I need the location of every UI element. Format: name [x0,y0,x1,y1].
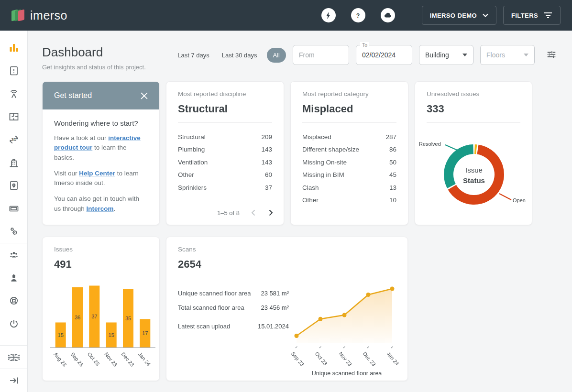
next-page-icon[interactable] [267,207,275,218]
3d-rotate-icon: 3D [8,134,20,145]
list-item: Structural209 [178,131,272,143]
x-axis-label: Nov 23 [103,351,119,368]
project-name: IMERSO DEMO [430,12,477,19]
list-item: Other10 [302,194,396,207]
to-date-input[interactable] [356,45,412,65]
building-select[interactable]: Building [419,45,473,65]
lifebuoy-icon [8,295,20,306]
from-date-input[interactable] [293,45,349,65]
range-all-button[interactable]: All [267,48,286,63]
row-count: 143 [261,146,272,153]
stat-value: 23 456 m² [261,304,289,311]
svg-text:3D: 3D [11,137,16,142]
stat-label: Total scanned floor area [178,304,244,311]
stat-value: 15.01.2024 [258,323,289,330]
language-flag-icon[interactable] [0,346,27,369]
uk-flag-icon [8,353,20,362]
sidebar-item-scans[interactable] [0,82,27,105]
main-content: Dashboard Get insights and status of thi… [28,31,572,392]
text: Have a look at our [54,134,108,142]
help-center-link[interactable]: Help Center [79,170,115,177]
close-icon[interactable] [139,90,150,101]
bar-value-label: 15 [109,332,114,338]
sidebar-item-support[interactable] [0,289,27,312]
row-count: 10 [389,196,396,204]
range-last-7-days-button[interactable]: Last 7 days [175,49,212,62]
sidebar-item-buildings[interactable] [0,151,27,174]
card-title: Unresolved issues [427,90,520,98]
bar-value-label: 17 [142,330,148,336]
sidebar-item-workers[interactable] [0,266,27,289]
document-alert-icon [8,65,20,76]
row-label: Structural [178,133,206,141]
building-select-label: Building [425,51,449,59]
previous-page-icon[interactable] [249,207,257,218]
range-last-30-days-button[interactable]: Last 30 days [219,49,260,62]
chevron-down-icon [483,13,488,17]
bar-value-label: 37 [91,314,97,319]
collapse-sidebar-button[interactable] [0,369,27,392]
row-label: Misplaced [302,133,331,141]
row-count: 45 [389,171,396,178]
scans-card: Scans 2654 Unique scanned floor area23 5… [166,237,408,381]
card-title: Most reported category [302,90,396,98]
cloud-icon[interactable] [381,8,395,22]
svg-text:?: ? [356,12,360,19]
chart-legend-label: Unique scanned floor area [312,370,382,377]
x-axis-label: Dec 23 [120,351,135,368]
most-reported-category-card: Most reported category Misplaced Misplac… [290,81,408,225]
dropdown-arrow-icon [462,54,467,56]
issues-card: Issues 491 15Aug 2336Sep 2337Oct 2315Nov… [42,237,160,381]
row-count: 143 [261,159,272,166]
sidebar-item-team[interactable] [0,243,27,266]
app-logo: imerso [11,9,67,22]
list-item: Other60 [178,169,272,182]
to-date-label: To [360,42,369,48]
filter-controls: Last 7 days Last 30 days All To Building… [175,45,559,65]
pagination: 1–5 of 8 [217,207,275,218]
from-date-field [293,45,349,65]
sidebar-item-settings[interactable] [0,220,27,243]
intercom-link[interactable]: Intercom [87,205,114,212]
scanned-area-line-chart: Sep 23Oct 23Nov 23Dec 23Jan 24Unique sca… [287,281,407,381]
sidebar-item-floor-plan[interactable] [0,105,27,128]
data-point [366,293,371,297]
x-axis-label: Dec 23 [362,351,377,367]
get-started-title: Get started [54,91,92,100]
get-started-paragraph: You can also get in touch with us throug… [54,194,148,214]
row-label: Ventilation [178,159,208,166]
text: . [114,205,116,212]
data-point [390,287,395,291]
stat-label: Latest scan upload [178,323,230,330]
sidebar-item-dashboard[interactable] [0,36,27,59]
document-location-icon [8,180,20,191]
row-label: Other [302,196,319,204]
filter-icon [544,12,552,19]
filters-button[interactable]: FILTERS [503,6,561,25]
floors-select[interactable]: Floors [480,45,535,65]
x-axis-label: Oct 23 [314,351,328,367]
sidebar-item-issues[interactable] [0,59,27,82]
bolt-icon[interactable] [321,8,336,22]
bar-value-label: 36 [75,315,80,320]
card-value: Structural [178,103,272,115]
stat-row: Latest scan upload15.01.2024 [178,323,289,330]
row-count: 37 [265,184,272,191]
floor-plan-icon [8,111,20,122]
row-label: Plumbing [178,146,205,153]
sidebar-item-scan-reports[interactable] [0,174,27,197]
get-started-paragraph: Visit our Help Center to learn Imerso in… [54,169,148,188]
donut-center-label: Status [463,176,485,185]
sidebar-item-walls[interactable] [0,197,27,220]
row-count: 50 [389,159,396,166]
project-selector-button[interactable]: IMERSO DEMO [422,6,496,25]
x-axis-label: Sep 23 [69,351,85,368]
sidebar-item-3d-view[interactable]: 3D [0,128,27,151]
help-icon[interactable]: ? [351,8,365,22]
sidebar-item-logout[interactable] [0,312,27,335]
donut-center-label: Issue [465,166,483,174]
list-item: Plumbing143 [178,143,272,156]
page-header: Dashboard Get insights and status of thi… [42,45,146,71]
list-item: Clash13 [302,181,396,194]
tune-filters-button[interactable] [544,47,559,63]
